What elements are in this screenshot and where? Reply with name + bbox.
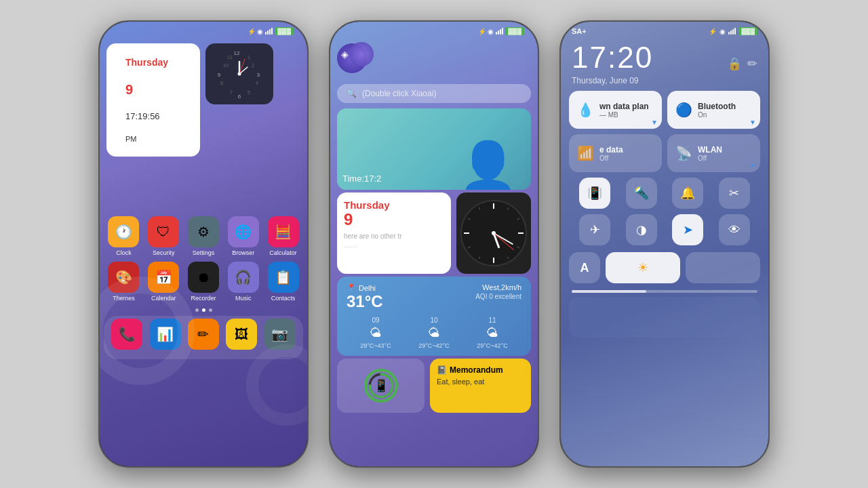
forecast-day-1-temp: 29°C~42°C (418, 342, 449, 349)
svg-text:3: 3 (257, 72, 260, 78)
calendar-card: Thursday 9 here are no other tr ....... (337, 192, 451, 274)
memo-title-text: Memorandum (450, 365, 503, 375)
app-browser[interactable]: 🌐 Browser (224, 216, 262, 256)
app-clock-label: Clock (116, 249, 132, 256)
svg-text:9: 9 (218, 72, 221, 78)
card-row: Thursday 9 here are no other tr ....... (337, 192, 531, 274)
bottom-cards: 📱 📓 Memorandum Eat, sleep, eat (337, 359, 531, 413)
icon-row-2: ✈ ◑ ➤ 👁 (561, 214, 768, 249)
data-plan-icon: 💧 (577, 102, 594, 118)
apps-grid-row2: 🎨 Themes 📅 Calendar ⏺ Recorder 🎧 Music 📋… (100, 259, 307, 304)
location-button[interactable]: ➤ (672, 214, 703, 245)
eye-comfort-button[interactable]: 👁 (719, 214, 750, 245)
search-placeholder: (Double click Xiaoai) (362, 89, 436, 98)
data-plan-sub: — MB (599, 111, 654, 119)
app-music[interactable]: 🎧 Music (224, 262, 262, 302)
memo-card[interactable]: 📓 Memorandum Eat, sleep, eat (430, 359, 531, 413)
wlan-corner: ▼ (749, 162, 756, 169)
battery-card: 📱 (337, 359, 425, 413)
anime-card: 👤 Time:17:2 (337, 108, 531, 190)
vibrate-button[interactable]: 📳 (579, 178, 610, 209)
icon-row-1: 📳 🔦 🔔 ✂ (561, 172, 768, 214)
app-camera[interactable]: 📷 (262, 319, 298, 350)
app-gallery[interactable]: 🖼 (224, 319, 259, 350)
volume-fill (572, 290, 646, 293)
phone-1: ⚡ ◉ ▓▓▓ Thursday 9 17:19:56 PM (98, 20, 309, 468)
app-editor[interactable]: ✏ (186, 319, 221, 350)
cal-day-name: Thursday (344, 199, 444, 211)
forecast-day-0: 09 🌤 29°C~43°C (360, 317, 391, 349)
mobile-data-icon: 📶 (577, 145, 594, 161)
ampm: PM (116, 128, 191, 150)
app-security[interactable]: 🛡 Security (145, 216, 182, 256)
forecast-day-2: 11 🌤 29°C~42°C (477, 317, 507, 349)
anime-time: Time:17:2 (337, 167, 387, 190)
forecast-day-2-num: 11 (488, 317, 496, 324)
a-label: A (580, 261, 589, 275)
day-num: 9 (116, 75, 191, 104)
bluetooth-icon: ⚡ (709, 28, 717, 35)
bluetooth-tile-icon: 🔵 (675, 102, 692, 118)
extra-tile (686, 252, 760, 283)
wlan-sub: Off (698, 155, 752, 162)
brightness-slider[interactable]: ☀ (606, 252, 680, 283)
wlan-icon: 📡 (675, 145, 692, 161)
svg-text:7: 7 (230, 90, 233, 95)
forecast-day-2-icon: 🌤 (486, 326, 498, 340)
search-bar[interactable]: 🔍 (Double click Xiaoai) (337, 84, 531, 103)
forecast-day-2-temp: 29°C~42°C (477, 342, 507, 349)
app-themes[interactable]: 🎨 Themes (105, 262, 142, 302)
svg-text:5: 5 (248, 90, 250, 95)
memo-text: Eat, sleep, eat (437, 378, 524, 386)
auto-rotate-button[interactable]: ◑ (626, 214, 657, 245)
app-clock[interactable]: 🕐 Clock (105, 216, 142, 256)
svg-text:12: 12 (234, 50, 240, 56)
app-recorder[interactable]: ⏺ Recorder (185, 262, 222, 302)
edit-icon[interactable]: ✏ (747, 56, 757, 71)
weather-card: 📍 Delhi 31°C West,2km/h AQI 0 excellent … (337, 277, 531, 356)
media-card (569, 297, 760, 338)
anime-time-text: Time:17:2 (342, 174, 381, 184)
auto-brightness-toggle[interactable]: A (569, 252, 600, 283)
svg-point-15 (238, 73, 241, 76)
svg-text:4: 4 (256, 81, 258, 85)
svg-text:2: 2 (252, 63, 254, 68)
search-icon: 🔍 (347, 89, 357, 98)
battery-level: ▓▓▓ (738, 27, 757, 35)
dot-2 (202, 308, 205, 312)
svg-text:10: 10 (223, 63, 229, 68)
lock-icon[interactable]: 🔒 (727, 56, 742, 71)
app-phone[interactable]: 📞 (109, 319, 144, 350)
app-calendar[interactable]: 📅 Calendar (145, 262, 182, 302)
app-music-label: Music (235, 295, 252, 302)
battery-circle: 📱 (364, 369, 398, 403)
forecast-day-1: 10 🌤 29°C~42°C (418, 317, 449, 349)
time-display: 17:19:56 (116, 104, 191, 128)
flashlight-button[interactable]: 🔦 (626, 178, 657, 209)
app-settings[interactable]: ⚙ Settings (185, 216, 222, 256)
forecast-day-0-icon: 🌤 (370, 326, 382, 340)
data-plan-label: wn data plan (599, 102, 654, 111)
wlan-label: WLAN (698, 145, 752, 155)
notification-button[interactable]: 🔔 (672, 178, 703, 209)
cal-dots: ....... (344, 241, 444, 249)
cc-tile-data-plan[interactable]: 💧 wn data plan — MB ▼ (569, 91, 662, 129)
app-contacts[interactable]: 📋 Contacts (264, 262, 302, 302)
weather-temp: 31°C (347, 292, 383, 311)
cc-date: Thursday, June 09 (561, 75, 768, 91)
weather-location: Delhi (359, 284, 376, 292)
cc-tile-bluetooth[interactable]: 🔵 Bluetooth On ▼ (667, 91, 760, 129)
app-notes[interactable]: 📊 (147, 319, 182, 350)
data-plan-text: wn data plan — MB (599, 102, 654, 119)
app-calculator[interactable]: 🧮 Calculator (264, 216, 302, 256)
screenshot-button[interactable]: ✂ (719, 178, 750, 209)
cc-tile-mobile-data[interactable]: 📶 e data Off (569, 134, 662, 172)
airplane-button[interactable]: ✈ (579, 214, 610, 245)
anime-figure: 👤 (458, 142, 517, 190)
cc-tile-wlan[interactable]: 📡 WLAN Off ▼ (667, 134, 760, 172)
mobile-data-label: e data (599, 145, 654, 155)
analog-clock-card (456, 192, 531, 274)
cal-day-num: 9 (344, 211, 444, 228)
bluetooth-text: Bluetooth On (698, 102, 752, 119)
svg-text:6: 6 (238, 94, 241, 100)
